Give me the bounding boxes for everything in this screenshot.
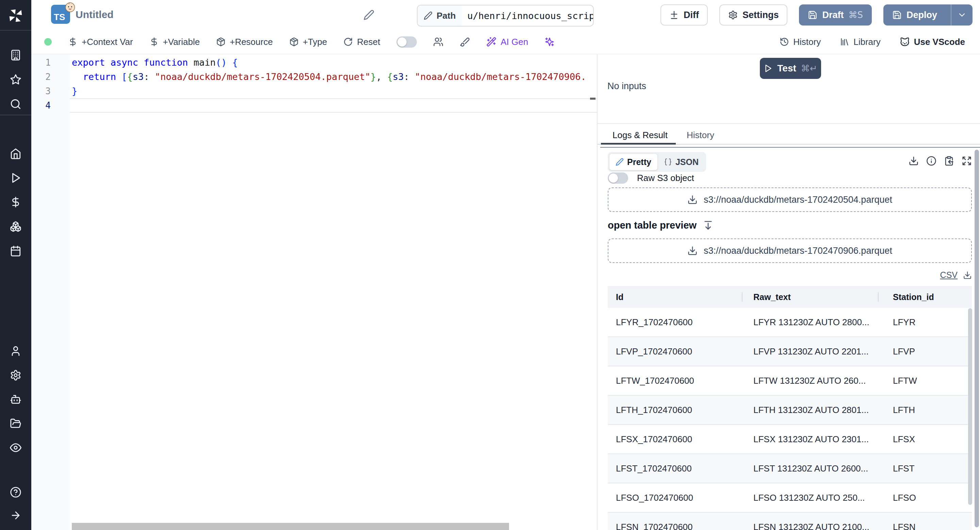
format-code-button[interactable]: [460, 37, 470, 47]
table-body: LFYR_1702470600LFYR 131230Z AUTO 2800...…: [608, 308, 972, 530]
download-result-button[interactable]: [908, 156, 919, 166]
table-row[interactable]: LFST_1702470600LFST 131230Z AUTO 2600...…: [608, 454, 972, 483]
overview-ruler-mark: [590, 98, 595, 100]
raw-s3-toggle[interactable]: [608, 173, 628, 184]
copy-result-button[interactable]: [944, 156, 954, 166]
history-button[interactable]: History: [780, 37, 821, 47]
pencil-icon: [363, 10, 375, 21]
deploy-button[interactable]: Deploy: [883, 5, 972, 25]
table-cell: LFSO_1702470600: [616, 493, 693, 503]
csv-download-button[interactable]: [963, 271, 972, 279]
download-icon: [963, 271, 972, 279]
table-row[interactable]: LFYR_1702470600LFYR 131230Z AUTO 2800...…: [608, 308, 972, 337]
table-cell: LFTH_1702470600: [616, 405, 692, 415]
add-resource-button[interactable]: +Resource: [216, 37, 272, 47]
sidebar-item-boxes[interactable]: [10, 221, 21, 232]
view-mode-json[interactable]: JSON: [658, 154, 705, 170]
sidebar-item-home[interactable]: [10, 148, 21, 160]
library-button[interactable]: Library: [840, 37, 880, 47]
table-cell: LFSX 131230Z AUTO 2301...: [753, 434, 869, 444]
download-icon: [687, 246, 698, 256]
table-row[interactable]: LFTH_1702470600LFTH 131230Z AUTO 2801...…: [608, 396, 972, 425]
tab-history[interactable]: History: [687, 130, 714, 141]
sidebar-item-folder-open[interactable]: [10, 418, 21, 429]
sidebar-item-play[interactable]: [10, 172, 21, 184]
deploy-main[interactable]: Deploy: [883, 5, 946, 25]
code-line-1[interactable]: export async function main() {: [72, 56, 597, 70]
header-actions: Diff Settings Draft ⌘S Deploy: [660, 5, 972, 25]
sidebar-item-building[interactable]: [10, 49, 21, 61]
ai-sparkles-button[interactable]: [544, 37, 555, 47]
ai-gen-button[interactable]: AI Gen: [486, 37, 528, 47]
table-row[interactable]: LFSN_1702470600LFSN 131230Z AUTO 2100...…: [608, 513, 972, 530]
view-mode-pretty[interactable]: Pretty: [609, 154, 658, 170]
sidebar-item-settings[interactable]: [10, 370, 21, 381]
dollar-icon: [150, 37, 159, 47]
draft-button[interactable]: Draft ⌘S: [799, 5, 872, 25]
table-scrollbar[interactable]: [968, 308, 972, 505]
open-table-preview-button[interactable]: open table preview: [608, 220, 714, 231]
sidebar-item-calendar[interactable]: [10, 245, 21, 257]
add-type-button[interactable]: +Type: [289, 37, 327, 47]
baby-emoji-icon: [64, 1, 76, 13]
info-button[interactable]: [926, 156, 937, 166]
test-button[interactable]: Test ⌘↵: [760, 58, 821, 79]
table-row[interactable]: LFVP_1702470600LFVP 131230Z AUTO 2201...…: [608, 337, 972, 367]
horizontal-scrollbar[interactable]: [72, 523, 509, 530]
table-cell: LFTW_1702470600: [616, 376, 694, 386]
multiplayer-users-button[interactable]: [433, 37, 443, 47]
left-nav-rail: [0, 0, 31, 530]
s3-file-download-1[interactable]: s3://noaa/duckdb/metars-1702420504.parqu…: [608, 187, 972, 212]
edit-title-button[interactable]: [363, 9, 375, 21]
reset-button[interactable]: Reset: [343, 37, 380, 47]
result-scrollbar[interactable]: [975, 150, 979, 527]
add-variable-button[interactable]: +Variable: [150, 37, 200, 47]
active-tab-underline: [601, 143, 676, 144]
sidebar-item-dollar[interactable]: [10, 196, 21, 208]
tab-logs-result[interactable]: Logs & Result: [612, 130, 668, 141]
column-header-raw_text[interactable]: Raw_text: [753, 292, 791, 302]
code-editor[interactable]: 1234 export async function main() { retu…: [31, 54, 597, 530]
sparkles-icon: [544, 37, 555, 47]
diff-button[interactable]: Diff: [660, 5, 708, 25]
sidebar-item-help-circle[interactable]: [10, 486, 21, 498]
package-icon: [216, 37, 226, 47]
code-line-3[interactable]: }: [72, 84, 597, 98]
lang-status-dot: [44, 38, 52, 46]
table-cell: LFST: [893, 463, 915, 474]
table-cell: LFTW 131230Z AUTO 260...: [753, 376, 865, 386]
table-row[interactable]: LFSX_1702470600LFSX 131230Z AUTO 2301...…: [608, 425, 972, 454]
view-mode-switch: Pretty JSON: [608, 152, 706, 172]
sidebar-item-user[interactable]: [10, 345, 21, 357]
add-context-var-button[interactable]: +Context Var: [68, 37, 133, 47]
rail-divider: [0, 115, 31, 115]
path-value[interactable]: u/henri/innocuous_script: [462, 5, 594, 26]
expand-result-button[interactable]: [962, 156, 972, 166]
deploy-dropdown[interactable]: [951, 5, 972, 25]
table-cell: LFST 131230Z AUTO 2600...: [753, 463, 868, 474]
sidebar-item-eye[interactable]: [10, 442, 21, 454]
line-number: 2: [45, 70, 51, 84]
settings-button[interactable]: Settings: [719, 5, 788, 25]
code-line-4[interactable]: [72, 98, 597, 113]
cat-icon: [900, 37, 910, 47]
result-table: IdRaw_textStation_id LFYR_1702470600LFYR…: [608, 286, 972, 530]
sidebar-item-arrow-right[interactable]: [10, 509, 21, 521]
multiplayer-toggle[interactable]: [396, 36, 417, 48]
sidebar-item-star[interactable]: [10, 74, 21, 86]
download-icon: [908, 156, 919, 166]
table-cell: LFYR 131230Z AUTO 2800...: [753, 317, 869, 328]
column-header-id[interactable]: Id: [616, 292, 624, 302]
sidebar-item-bot[interactable]: [10, 394, 21, 405]
use-vscode-button[interactable]: Use VScode: [900, 37, 965, 47]
csv-link[interactable]: CSV: [940, 270, 958, 280]
run-result-panel: Test ⌘↵ No inputs Logs & Result History …: [598, 54, 980, 530]
code-line-2[interactable]: return [{s3: "noaa/duckdb/metars-1702420…: [72, 70, 597, 84]
sidebar-item-search[interactable]: [10, 98, 21, 110]
windmill-logo-icon[interactable]: [8, 8, 23, 23]
column-header-station_id[interactable]: Station_id: [893, 292, 934, 302]
table-row[interactable]: LFSO_1702470600LFSO 131230Z AUTO 250...L…: [608, 483, 972, 513]
path-field[interactable]: Path u/henri/innocuous_script: [417, 5, 594, 27]
s3-file-download-2[interactable]: s3://noaa/duckdb/metars-1702470906.parqu…: [608, 238, 972, 263]
table-row[interactable]: LFTW_1702470600LFTW 131230Z AUTO 260...L…: [608, 367, 972, 396]
